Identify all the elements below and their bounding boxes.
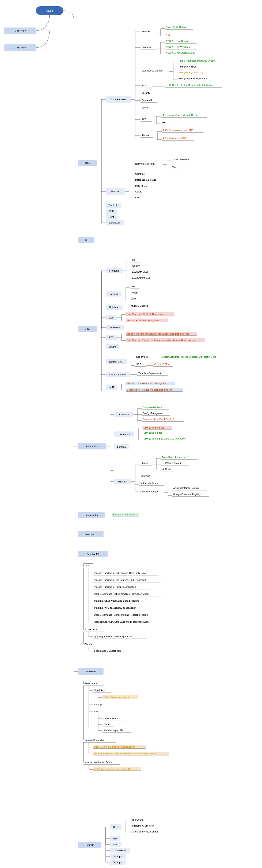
tf-netsec-0[interactable]: ThreeTierNetwork	[171, 158, 197, 162]
cf-compute[interactable]: Compute	[140, 46, 156, 50]
auto-ops[interactable]: Operations	[114, 412, 133, 417]
cf-network-1[interactable]: NLB	[165, 33, 175, 37]
cicd-ct-deploy[interactable]: Deploymets	[135, 355, 153, 359]
cicd-ecs-1[interactable]: Jenkins- ECS Task Deployment	[126, 318, 168, 322]
k8s-top-node[interactable]: K8S	[78, 237, 94, 243]
dataai-aiml[interactable]: AI / ML	[84, 643, 97, 646]
rb-remote-1[interactable]: Dedicated MPLS Connectivity using Tata a…	[93, 752, 169, 755]
cf-others[interactable]: Others	[140, 106, 152, 110]
auto-gov-0[interactable]: VPN (Client to Site)	[142, 426, 172, 429]
cicd-fe-1[interactable]: Amplify	[131, 265, 144, 268]
rb-sso-2[interactable]: AWS Managed AD	[102, 729, 131, 733]
cf-db-1[interactable]: RDS (AuroraSQL)	[177, 65, 205, 69]
rb-gov[interactable]: Governance	[84, 682, 103, 686]
rb-sso-1[interactable]: Azure	[102, 723, 114, 727]
frameworks-0[interactable]: BasicCLIFramework	[112, 513, 139, 516]
proj-s2[interactable]: Subtopic	[110, 860, 126, 865]
mig-obj-2[interactable]: S3 to S3	[161, 468, 175, 471]
cf-db-0[interactable]: RDS (Postgresql, MariaDB, MySql)	[177, 59, 224, 63]
cicd-ct-scp-0[interactable]: Custom SCPs	[153, 363, 173, 367]
cicd-cfn[interactable]: CloudFormation	[106, 372, 130, 377]
cicd-ecs-0[interactable]: CodePipeline-ECS Task Deployment	[126, 312, 174, 316]
dataai-d-6[interactable]: Data Governance- Monitoring and Reportin…	[93, 614, 163, 617]
cicd-be-1[interactable]: Python	[130, 291, 143, 295]
proj-cf[interactable]: CapitalFloat	[110, 848, 130, 853]
auto-migration[interactable]: Migration	[114, 479, 131, 484]
mig-vm[interactable]: Virtual Machines	[139, 482, 164, 486]
cicd-serverless[interactable]: Serverless	[106, 325, 124, 330]
cicd-ct-scp[interactable]: SCP	[135, 363, 146, 367]
cicd-be-2[interactable]: Java	[130, 298, 139, 301]
iaac-node[interactable]: IaaC	[78, 160, 97, 166]
runbooks-node[interactable]: RunBooks	[78, 668, 103, 675]
root-node[interactable]: Assets	[36, 6, 63, 15]
tf-netsec-1[interactable]: WAF	[171, 165, 182, 169]
dataai-d-3[interactable]: Data Governance- Lake Formation Permissi…	[93, 593, 163, 596]
cf-eks-1[interactable]: Test	[161, 121, 171, 125]
cicd-others[interactable]: Others	[106, 344, 119, 349]
cicd-ct[interactable]: Control Tower	[106, 359, 127, 364]
iaac-serverless[interactable]: Serverless	[106, 220, 124, 225]
cicd-iaac[interactable]: IaaC	[106, 384, 117, 390]
cicd-fe-0[interactable]: S3	[131, 259, 140, 262]
cicd-fe-3[interactable]: EC2 (without ELB)	[131, 276, 157, 280]
cicd-k8s[interactable]: K8S	[106, 335, 117, 340]
iaac-sam[interactable]: SAM	[106, 214, 117, 220]
mig-con-1[interactable]: Google Container Registry	[172, 493, 209, 497]
auto-ops-0[interactable]: Database Backups	[141, 406, 169, 410]
cicd-frontend[interactable]: FrontEnd	[106, 268, 123, 273]
tf-others[interactable]: Others	[134, 190, 147, 194]
proj-s1[interactable]: Subtopic	[110, 854, 126, 859]
dataai-d-7[interactable]: Redshift Spectrum, Data Lake and BI tool…	[93, 621, 163, 624]
proj-atlan[interactable]: Atlan	[110, 842, 122, 847]
rb-install-0[interactable]: Installation - Jenkins Server on EC2	[93, 767, 141, 771]
cicd-cfn-0[interactable]: Template Deployment	[137, 372, 168, 376]
cicd-fe-2[interactable]: EC2 (with ELB)	[131, 271, 153, 274]
rb-tagpolicy[interactable]: Tag Policy	[93, 689, 111, 693]
auto-ops-1[interactable]: Config Management	[141, 412, 170, 415]
cf-dataai[interactable]: Data AI/ML	[140, 99, 157, 102]
cicd-k8s-1[interactable]: CodePipeline- Pipeline for Containerized…	[126, 338, 205, 342]
mig-obj-0[interactable]: Azure Blob Storage To S3	[161, 456, 198, 459]
auto-gov-1[interactable]: VPN (Site to Site)	[143, 431, 169, 435]
cf-alarms-0[interactable]: ASG- Scaling Alarm with SNS	[162, 129, 203, 133]
cf-eks[interactable]: EKS	[140, 118, 152, 122]
cicd-ct-deploy-0[interactable]: Master Account's Pipeline to deploy Stac…	[161, 355, 224, 359]
mig-con-0[interactable]: Azure Container Registry	[172, 487, 207, 490]
cf-db-2[interactable]: RDS (MS SQL with AD)	[177, 71, 209, 75]
frameworks-node[interactable]: Frameworks	[78, 512, 105, 518]
auto-gov[interactable]: Governance	[114, 431, 134, 437]
cf-alarms-1[interactable]: RDS- Alarms with SNS	[162, 137, 194, 141]
proj-dds[interactable]: DDS	[110, 825, 122, 830]
rb-sso[interactable]: SSO	[93, 710, 103, 714]
tf-db[interactable]: Database & Storage	[134, 179, 163, 182]
dataai-aiml-0[interactable]: Sagemaker ML Notebooks	[93, 650, 133, 653]
cicd-database[interactable]: Database	[106, 305, 123, 310]
iaac-cdk[interactable]: CDK	[106, 209, 117, 214]
cf-network[interactable]: Network	[140, 30, 156, 34]
automations-node[interactable]: Automations	[78, 443, 106, 450]
proj-wm[interactable]: WM	[110, 836, 121, 841]
dataai-d-1[interactable]: Pipeline- Pipeline for Db Sourced, Hudi …	[93, 579, 161, 582]
rb-tagpolicy-0[interactable]: Policy To mandate Tagging	[102, 695, 138, 699]
cf-network-0[interactable]: Basic Vanila Network	[165, 26, 193, 30]
dataai-viz-0[interactable]: Quicksight- Dashboard configurations	[93, 635, 147, 639]
auto-ops-2[interactable]: Database Sync (Prod-Staging)	[141, 418, 184, 422]
rb-sso-0[interactable]: On Premise AD	[102, 717, 127, 721]
cicd-backend[interactable]: Backend	[106, 291, 122, 297]
rb-subtopic[interactable]: Subtopic	[93, 703, 108, 707]
cf-eks-0[interactable]: EKS- Create Cluster & NodeGroup	[161, 114, 207, 117]
rb-remote[interactable]: Remote Connections	[84, 739, 116, 742]
cicd-be-0[interactable]: .Net	[130, 285, 139, 289]
tf-compute[interactable]: Compute	[134, 173, 150, 176]
rb-remote-0[interactable]: Direct Connect Setup and Configuration	[93, 745, 145, 748]
auto-gov-2[interactable]: VPN (Client to Site using EC2 OpenVPN)	[143, 437, 199, 441]
cf-compute-1[interactable]: ASG, ALB for Windows	[165, 46, 197, 49]
dataai-d-2[interactable]: Pipeline- Pipeline for Hudi Reconciliati…	[93, 586, 151, 589]
cicd-iaac-1[interactable]: CodePipeline- CloudFormation Deployment	[126, 388, 183, 392]
cf-compute-2[interactable]: ASG, ALB for Amazon Linux	[165, 52, 203, 55]
side-topic-2[interactable]: Main Topic	[4, 44, 36, 51]
dataai-data[interactable]: Data	[84, 564, 94, 568]
dataai-d-0[interactable]: Pipeline- Pipeline for S3 Sourced Third …	[93, 572, 159, 575]
cloudformation-node[interactable]: CLoudFormation	[106, 96, 131, 102]
